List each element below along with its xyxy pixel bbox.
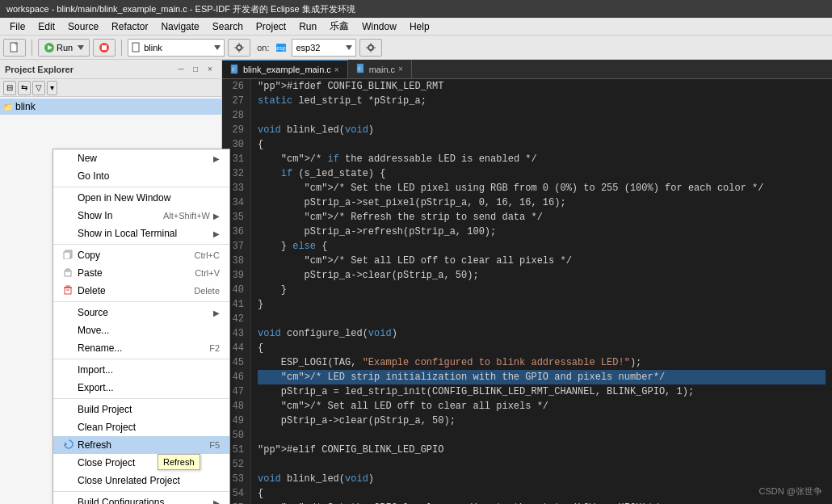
ctx-item-build-project[interactable]: Build Project: [53, 401, 229, 418]
code-line-41: }: [258, 297, 826, 312]
ctx-item-delete[interactable]: DeleteDelete: [53, 282, 229, 300]
code-line-28: [258, 108, 826, 123]
ctx-item-build-configurations[interactable]: Build Configurations▶: [53, 494, 229, 504]
code-content[interactable]: "pp">#ifdef CONFIG_BLINK_LED_RMTstatic l…: [251, 79, 832, 504]
menu-item-window[interactable]: Window: [355, 19, 403, 34]
ctx-arrow-show-local: ▶: [213, 229, 220, 238]
on-label: on:: [257, 43, 269, 52]
svg-marker-26: [65, 442, 67, 447]
menu-item-refactor[interactable]: Refactor: [105, 19, 154, 34]
new-button[interactable]: [3, 39, 26, 57]
editor-tab-1[interactable]: Cmain.c×: [348, 60, 412, 78]
ctx-label-goto: Go Into: [78, 170, 109, 182]
file-config-btn[interactable]: [228, 39, 250, 57]
code-line-35: "cm">/* Refresh the strip to send data *…: [258, 210, 826, 225]
ctx-item-open-new-window[interactable]: Open in New Window: [53, 189, 229, 207]
ctx-item-paste[interactable]: PasteCtrl+V: [53, 264, 229, 282]
ctx-item-close-unrelated[interactable]: Close Unrelated Project: [53, 472, 229, 489]
code-line-44: {: [258, 341, 826, 355]
collapse-all-btn[interactable]: ⊟: [3, 81, 16, 95]
ctx-item-goto[interactable]: Go Into: [53, 167, 229, 185]
ctx-shortcut-copy: Ctrl+C: [195, 250, 220, 260]
ctx-item-show-local[interactable]: Show in Local Terminal▶: [53, 225, 229, 242]
close-panel-btn[interactable]: ×: [204, 63, 216, 76]
file-dropdown[interactable]: blink: [128, 39, 225, 57]
link-editor-btn[interactable]: ⇆: [18, 81, 31, 95]
ctx-item-close-project[interactable]: Close Project: [53, 454, 229, 472]
code-line-34: pStrip_a->set_pixel(pStrip_a, 0, 16, 16,…: [258, 195, 826, 210]
ctx-item-import[interactable]: Import...: [53, 361, 229, 379]
code-area[interactable]: 2627282930313233343536373839404142434445…: [222, 79, 832, 504]
editor-tabs: Cblink_example_main.c×Cmain.c×: [222, 60, 832, 79]
ctx-item-copy[interactable]: CopyCtrl+C: [53, 246, 229, 264]
ctx-label-paste: Paste: [78, 267, 103, 279]
ctx-item-refresh[interactable]: RefreshF5: [53, 436, 229, 454]
svg-rect-21: [66, 269, 69, 271]
code-line-54: {: [258, 486, 826, 501]
menu-item-search[interactable]: Search: [206, 19, 250, 34]
code-line-38: "cm">/* Set all LED off to clear all pix…: [258, 254, 826, 268]
menu-item-edit[interactable]: Edit: [32, 19, 61, 34]
code-line-32: if (s_led_state) {: [258, 166, 826, 181]
refresh-tooltip: Refresh: [158, 454, 200, 470]
ctx-item-move[interactable]: Move...: [53, 321, 229, 339]
panel-toolbar: ⊟ ⇆ ▽ ▾: [0, 79, 221, 97]
ctx-label-copy: Copy: [78, 250, 100, 261]
code-line-49: pStrip_a->clear(pStrip_a, 50);: [258, 414, 826, 428]
code-line-33: "cm">/* Set the LED pixel using RGB from…: [258, 181, 826, 195]
code-line-55: "cm">/* Set the GPIO level according to …: [258, 501, 826, 504]
svg-rect-5: [132, 43, 139, 52]
ctx-label-open-new-window: Open in New Window: [78, 192, 170, 204]
ctx-arrow-show-in: ▶: [213, 212, 220, 220]
ctx-item-export[interactable]: Export...: [53, 379, 229, 397]
title-text: workspace - blink/main/blink_example_mai…: [6, 3, 355, 15]
code-line-43: void configure_led(void): [258, 326, 826, 341]
menu-item-run[interactable]: Run: [292, 19, 323, 34]
run-label: Run: [57, 43, 73, 52]
main-area: Project Explorer ─ □ × ⊟ ⇆ ▽ ▾ 📁 blink N…: [0, 60, 832, 504]
ctx-item-show-in[interactable]: Show InAlt+Shift+W▶: [53, 207, 229, 225]
ctx-shortcut-refresh: F5: [209, 440, 220, 450]
watermark: CSDN @张世争: [759, 485, 822, 498]
ctx-label-rename: Rename...: [78, 342, 122, 354]
device-dropdown[interactable]: esp32: [292, 39, 356, 57]
svg-rect-22: [65, 288, 71, 294]
tab-close-1[interactable]: ×: [398, 65, 403, 74]
editor-tab-0[interactable]: Cblink_example_main.c×: [222, 60, 348, 78]
menu-item-file[interactable]: File: [3, 19, 32, 34]
ctx-item-source[interactable]: Source▶: [53, 304, 229, 321]
ctx-icon-copy: [63, 250, 78, 262]
ctx-shortcut-rename: F2: [209, 343, 220, 353]
menu-bar: FileEditSourceRefactorNavigateSearchProj…: [0, 18, 832, 36]
code-line-51: "pp">#elif CONFIG_BLINK_LED_GPIO: [258, 443, 826, 457]
minimize-panel-btn[interactable]: ─: [174, 63, 187, 76]
toolbar-sep-1: [32, 40, 32, 56]
title-bar: workspace - blink/main/blink_example_mai…: [0, 0, 832, 18]
panel-menu-btn[interactable]: ▾: [47, 81, 57, 95]
ctx-item-clean-project[interactable]: Clean Project: [53, 418, 229, 436]
svg-rect-19: [64, 252, 70, 259]
stop-button[interactable]: [93, 39, 116, 57]
ctx-item-new[interactable]: New▶: [53, 149, 229, 167]
device-config-btn[interactable]: [359, 39, 382, 57]
maximize-panel-btn[interactable]: □: [189, 63, 202, 76]
filter-btn[interactable]: ▽: [32, 81, 45, 95]
menu-item-help[interactable]: Help: [403, 19, 436, 34]
code-line-31: "cm">/* if the addressable LED is enable…: [258, 152, 826, 166]
run-button[interactable]: Run: [38, 39, 90, 57]
ctx-label-new: New: [78, 153, 97, 164]
ctx-label-show-local: Show in Local Terminal: [78, 228, 177, 239]
code-line-53: void blink_led(void): [258, 472, 826, 486]
menu-item-navigate[interactable]: Navigate: [154, 19, 205, 34]
menu-item-project[interactable]: Project: [250, 19, 292, 34]
tab-close-0[interactable]: ×: [334, 65, 339, 74]
project-explorer-panel: Project Explorer ─ □ × ⊟ ⇆ ▽ ▾ 📁 blink N…: [0, 60, 222, 504]
ctx-label-show-in: Show In: [78, 210, 112, 221]
menu-item-乐鑫[interactable]: 乐鑫: [323, 18, 355, 35]
svg-text:C: C: [358, 66, 361, 71]
tree-item-blink[interactable]: 📁 blink: [0, 99, 221, 115]
menu-item-source[interactable]: Source: [61, 19, 105, 34]
ctx-item-rename[interactable]: Rename...F2: [53, 339, 229, 357]
tab-label-1: main.c: [369, 65, 395, 74]
tab-file-icon-0: C: [230, 64, 240, 76]
